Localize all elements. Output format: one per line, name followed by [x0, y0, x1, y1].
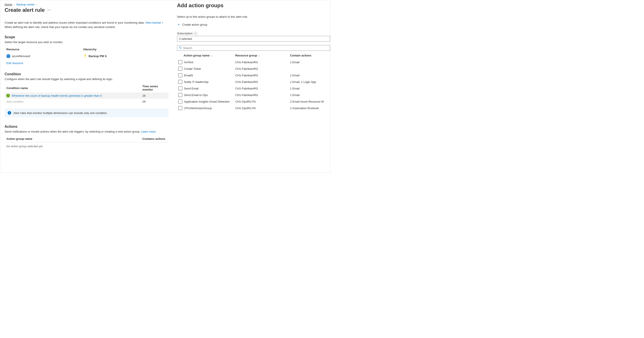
- action-group-name: Create Ticket: [184, 67, 201, 70]
- actions-none-text: No action group selected yet: [4, 143, 141, 150]
- action-group-name: Send Email to Ops: [184, 93, 208, 97]
- action-group-actions: 1 Automation Runbook: [289, 105, 330, 111]
- actions-section: Actions Send notifications or invoke act…: [4, 125, 168, 149]
- view-tutorial-link[interactable]: View tutorial +: [145, 21, 163, 24]
- key-icon: [84, 54, 87, 58]
- action-group-row[interactable]: AniTestCH1-FabrikamRG1 Email: [177, 59, 330, 65]
- add-condition-row[interactable]: Add condition 28: [4, 99, 168, 105]
- scope-resource-name: azurefilesvault: [12, 54, 30, 58]
- condition-table: Condition name Time series monitor ✓ Whe…: [4, 83, 168, 105]
- search-box[interactable]: [177, 45, 330, 51]
- action-group-resource-group: CH1-FabrikamRG: [234, 85, 289, 92]
- condition-col-timeseries: Time series monitor: [141, 83, 168, 93]
- side-panel: Add action groups Select up to five acti…: [174, 0, 330, 172]
- condition-info-bar: i Alert rules that monitor multiple dime…: [4, 109, 168, 117]
- scope-resource-row: azurefilesvault Backup PM S: [4, 52, 168, 60]
- vault-icon: [6, 54, 10, 58]
- panel-title: Add action groups: [177, 2, 330, 8]
- scope-section: Scope Select the target resource you wis…: [4, 35, 168, 65]
- action-group-row[interactable]: Send EmailCH1-FabrikamRG1 Email: [177, 85, 330, 92]
- search-input[interactable]: [183, 46, 328, 50]
- action-group-checkbox[interactable]: [178, 73, 182, 77]
- actions-empty-row: No action group selected yet: [4, 143, 168, 150]
- action-group-name: EmailS: [184, 74, 193, 77]
- intro-line2: When defining the alert rule, check that…: [4, 25, 116, 29]
- condition-col-name: Condition name: [4, 83, 141, 93]
- sort-arrows-icon: ↑↓: [258, 54, 260, 57]
- svg-line-4: [181, 48, 182, 49]
- edit-resource-link[interactable]: Edit resource: [4, 60, 25, 65]
- action-group-resource-group: CH1-OpsRG-Pri: [234, 98, 289, 105]
- actions-col-contains: Contains actions: [141, 136, 168, 143]
- scope-hierarchy-value: Backup PM S: [89, 54, 107, 58]
- action-group-row[interactable]: Application Insights Smart DetectionCH1-…: [177, 98, 330, 105]
- action-group-name: CPUAlertActionGroup: [184, 107, 212, 110]
- action-group-name: AniTest: [184, 61, 194, 64]
- actions-subtitle: Send notifications or invoke actions whe…: [4, 130, 168, 133]
- action-group-resource-group: CH1-FabrikamRG: [234, 72, 289, 79]
- sort-arrows-icon: ↑↓: [210, 54, 212, 57]
- condition-row[interactable]: ✓ Whenever the count of backup health ev…: [4, 93, 168, 99]
- action-group-resource-group: CH1-FabrikamRG: [234, 65, 289, 72]
- action-group-name: Send Email: [184, 87, 198, 90]
- breadcrumb-backup-center[interactable]: Backup center: [16, 3, 34, 6]
- action-group-row[interactable]: CPUAlertActionGroupCH1-OpsRG-Pri1 Automa…: [177, 105, 330, 111]
- action-group-checkbox[interactable]: [178, 93, 182, 97]
- action-group-actions: [289, 65, 330, 72]
- condition-section: Condition Configure when the alert rule …: [4, 72, 168, 117]
- actions-heading: Actions: [4, 125, 168, 129]
- action-group-checkbox[interactable]: [178, 86, 182, 90]
- ag-col-contain-actions: Contain actions: [289, 52, 330, 59]
- scope-col-hierarchy: Hierarchy: [82, 46, 168, 52]
- subscription-label: Subscription i: [177, 32, 330, 35]
- scope-table: Resource Hierarchy azurefilesvault Backu: [4, 46, 168, 60]
- panel-subtitle: Select up to five action groups to attac…: [177, 15, 330, 18]
- action-group-actions: 1 Email: [289, 92, 330, 98]
- breadcrumb-home[interactable]: Home: [4, 3, 12, 6]
- action-group-checkbox[interactable]: [178, 67, 182, 71]
- intro-text: Create an alert rule to identify and add…: [4, 20, 168, 29]
- actions-learn-more-link[interactable]: Learn more: [141, 130, 156, 133]
- page-title: Create alert rule ···: [4, 7, 168, 13]
- ag-col-name[interactable]: Action group name↑↓: [177, 52, 234, 59]
- action-group-actions: 2 Email Azure Resource M: [289, 98, 330, 105]
- intro-line1: Create an alert rule to identify and add…: [4, 21, 145, 24]
- action-group-actions: 1 Email: [289, 85, 330, 92]
- action-group-resource-group: CH1-OpsRG-Pri: [234, 105, 289, 111]
- main-content: Home › Backup center › Create alert rule…: [0, 0, 174, 172]
- create-action-group-button[interactable]: ＋ Create action group: [177, 22, 207, 27]
- condition-name-link[interactable]: Whenever the count of backup health even…: [12, 94, 102, 97]
- action-group-checkbox[interactable]: [178, 106, 182, 110]
- action-group-table: Action group name↑↓ Resource group↑↓ Con…: [177, 52, 330, 111]
- action-group-actions: 1 Email, 1 Logic App: [289, 79, 330, 85]
- action-group-row[interactable]: Send Email to OpsCH1-FabrikamRG1 Email: [177, 92, 330, 98]
- action-group-actions: 1 Email: [289, 59, 330, 65]
- chevron-right-icon: ›: [13, 3, 16, 6]
- action-group-resource-group: CH1-FabrikamRG: [234, 79, 289, 85]
- info-outline-icon[interactable]: i: [194, 32, 197, 35]
- check-circle-icon: ✓: [6, 94, 10, 97]
- action-group-checkbox[interactable]: [178, 60, 182, 64]
- action-group-actions: 1 Email: [289, 72, 330, 79]
- action-group-row[interactable]: Notify IT leadershipCH1-FabrikamRG1 Emai…: [177, 79, 330, 85]
- subscription-dropdown[interactable]: 3 selected: [177, 36, 330, 42]
- action-group-checkbox[interactable]: [178, 100, 182, 104]
- search-icon: [179, 46, 182, 50]
- actions-col-name: Action group name: [4, 136, 141, 143]
- page-title-text: Create alert rule: [4, 7, 45, 13]
- scope-heading: Scope: [4, 35, 168, 39]
- condition-heading: Condition: [4, 72, 168, 76]
- scope-subtitle: Select the target resource you wish to m…: [4, 40, 168, 44]
- action-group-resource-group: CH1-FabrikamRG: [234, 92, 289, 98]
- plus-icon: ＋: [177, 22, 180, 27]
- more-options-icon[interactable]: ···: [47, 8, 51, 12]
- ag-col-resource-group[interactable]: Resource group↑↓: [234, 52, 289, 59]
- action-group-checkbox[interactable]: [178, 80, 182, 84]
- scope-col-resource: Resource: [4, 46, 82, 52]
- action-group-row[interactable]: Create TicketCH1-FabrikamRG: [177, 65, 330, 72]
- actions-sub-text: Send notifications or invoke actions whe…: [4, 130, 141, 133]
- condition-subtitle: Configure when the alert rule should tri…: [4, 77, 168, 81]
- action-group-row[interactable]: EmailSCH1-FabrikamRG1 Email: [177, 72, 330, 79]
- action-group-name: Notify IT leadership: [184, 80, 208, 84]
- actions-table: Action group name Contains actions No ac…: [4, 136, 168, 149]
